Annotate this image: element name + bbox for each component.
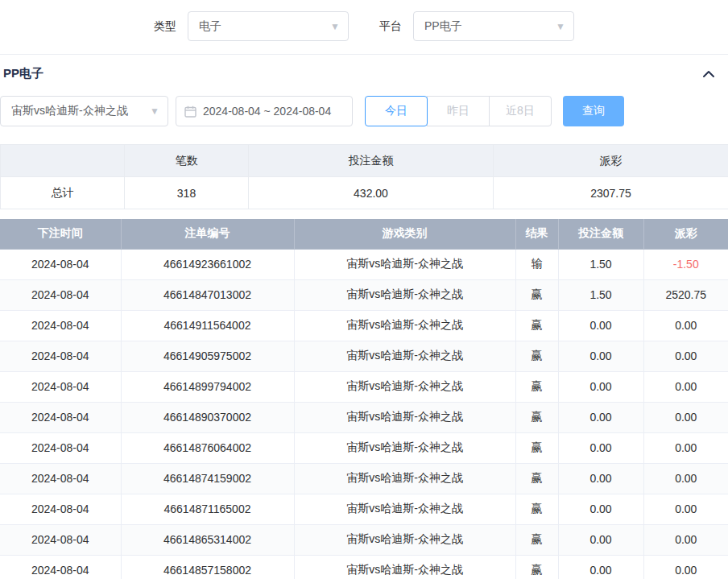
- cell-game: 宙斯vs哈迪斯-众神之战: [294, 371, 515, 402]
- chevron-down-icon: ▼: [150, 106, 159, 116]
- cell-id: 46614874159002: [121, 463, 294, 494]
- section-header: PP电子: [0, 55, 728, 91]
- cell-result: 赢: [515, 494, 558, 524]
- cell-id: 46614865314002: [121, 524, 294, 555]
- header-result: 结果: [515, 219, 558, 249]
- table-row: 2024-08-0446614911564002宙斯vs哈迪斯-众神之战赢0.0…: [0, 310, 728, 341]
- cell-bet: 0.00: [558, 402, 643, 432]
- cell-game: 宙斯vs哈迪斯-众神之战: [294, 524, 515, 555]
- summary-total-row: 总计 318 432.00 2307.75: [1, 177, 728, 209]
- today-button[interactable]: 今日: [365, 96, 428, 126]
- date-range-value: 2024-08-04 ~ 2024-08-04: [203, 105, 331, 118]
- cell-bet: 0.00: [558, 371, 643, 402]
- cell-time: 2024-08-04: [0, 432, 121, 463]
- cell-bet: 0.00: [558, 524, 643, 555]
- cell-time: 2024-08-04: [0, 555, 121, 579]
- cell-time: 2024-08-04: [0, 279, 121, 310]
- cell-time: 2024-08-04: [0, 341, 121, 371]
- header-bet-time: 下注时间: [0, 219, 121, 249]
- cell-id: 46614911564002: [121, 310, 294, 341]
- date-range-input[interactable]: 2024-08-04 ~ 2024-08-04: [176, 96, 353, 126]
- type-label: 类型: [154, 19, 176, 34]
- cell-payout: 0.00: [643, 341, 728, 371]
- cell-id: 46614847013002: [121, 279, 294, 310]
- cell-result: 赢: [515, 402, 558, 432]
- section-title: PP电子: [3, 66, 43, 81]
- table-row: 2024-08-0446614899794002宙斯vs哈迪斯-众神之战赢0.0…: [0, 371, 728, 402]
- summary-header-count: 笔数: [125, 145, 249, 177]
- cell-result: 赢: [515, 310, 558, 341]
- cell-payout: 0.00: [643, 402, 728, 432]
- type-select[interactable]: 电子 ▼: [188, 11, 349, 41]
- cell-id: 46614905975002: [121, 341, 294, 371]
- cell-game: 宙斯vs哈迪斯-众神之战: [294, 432, 515, 463]
- summary-total-label: 总计: [1, 177, 125, 209]
- summary-total-count: 318: [125, 177, 249, 209]
- cell-bet: 0.00: [558, 341, 643, 371]
- cell-id: 46614899794002: [121, 371, 294, 402]
- cell-bet: 0.00: [558, 432, 643, 463]
- platform-label: 平台: [379, 19, 402, 34]
- table-row: 2024-08-0446614847013002宙斯vs哈迪斯-众神之战赢1.5…: [0, 279, 728, 310]
- cell-result: 赢: [515, 279, 558, 310]
- table-row: 2024-08-0446614890370002宙斯vs哈迪斯-众神之战赢0.0…: [0, 402, 728, 432]
- summary-header-row: 笔数 投注金额 派彩: [1, 145, 728, 177]
- platform-select-value: PP电子: [424, 19, 462, 34]
- cell-payout: 0.00: [643, 463, 728, 494]
- cell-game: 宙斯vs哈迪斯-众神之战: [294, 249, 515, 279]
- chevron-up-icon[interactable]: [701, 68, 717, 81]
- cell-game: 宙斯vs哈迪斯-众神之战: [294, 402, 515, 432]
- cell-result: 赢: [515, 463, 558, 494]
- cell-game: 宙斯vs哈迪斯-众神之战: [294, 279, 515, 310]
- cell-time: 2024-08-04: [0, 249, 121, 279]
- cell-bet: 1.50: [558, 249, 643, 279]
- table-row: 2024-08-0446614905975002宙斯vs哈迪斯-众神之战赢0.0…: [0, 341, 728, 371]
- cell-time: 2024-08-04: [0, 371, 121, 402]
- cell-payout: 0.00: [643, 432, 728, 463]
- platform-section: PP电子 宙斯vs哈迪斯-众神之战 ▼ 2024-08-04 ~ 2024-08…: [0, 54, 728, 579]
- table-row: 2024-08-0446614874159002宙斯vs哈迪斯-众神之战赢0.0…: [0, 463, 728, 494]
- summary-table: 笔数 投注金额 派彩 总计 318 432.00 2307.75: [0, 144, 728, 209]
- chevron-down-icon: ▼: [330, 22, 340, 31]
- cell-result: 赢: [515, 524, 558, 555]
- cell-game: 宙斯vs哈迪斯-众神之战: [294, 341, 515, 371]
- game-select[interactable]: 宙斯vs哈迪斯-众神之战 ▼: [0, 96, 168, 126]
- type-select-value: 电子: [199, 19, 221, 34]
- cell-payout: 0.00: [643, 555, 728, 579]
- cell-bet: 0.00: [558, 494, 643, 524]
- cell-id: 46614857158002: [121, 555, 294, 579]
- cell-payout: 2520.75: [643, 279, 728, 310]
- type-filter: 类型 电子 ▼: [154, 11, 349, 41]
- table-row: 2024-08-0446614923661002宙斯vs哈迪斯-众神之战输1.5…: [0, 249, 728, 279]
- cell-id: 46614890370002: [121, 402, 294, 432]
- bet-table: 下注时间 注单编号 游戏类别 结果 投注金额 派彩 2024-08-044661…: [0, 219, 728, 579]
- chevron-down-icon: ▼: [556, 22, 565, 31]
- last-8-days-button[interactable]: 近8日: [489, 96, 552, 126]
- cell-result: 输: [515, 249, 558, 279]
- cell-game: 宙斯vs哈迪斯-众神之战: [294, 463, 515, 494]
- cell-bet: 0.00: [558, 463, 643, 494]
- game-select-value: 宙斯vs哈迪斯-众神之战: [11, 104, 128, 118]
- summary-header-bet-amount: 投注金额: [249, 145, 494, 177]
- cell-id: 46614923661002: [121, 249, 294, 279]
- cell-bet: 0.00: [558, 555, 643, 579]
- platform-select[interactable]: PP电子 ▼: [413, 11, 574, 41]
- top-filter-bar: 类型 电子 ▼ 平台 PP电子 ▼: [0, 0, 728, 54]
- platform-filter: 平台 PP电子 ▼: [379, 11, 574, 41]
- cell-game: 宙斯vs哈迪斯-众神之战: [294, 310, 515, 341]
- cell-payout: 0.00: [643, 371, 728, 402]
- calendar-icon: [184, 105, 196, 118]
- summary-header-payout: 派彩: [494, 145, 728, 177]
- cell-result: 赢: [515, 341, 558, 371]
- query-toolbar: 宙斯vs哈迪斯-众神之战 ▼ 2024-08-04 ~ 2024-08-04 今…: [0, 91, 728, 130]
- yesterday-button[interactable]: 昨日: [427, 96, 490, 126]
- cell-bet: 0.00: [558, 310, 643, 341]
- cell-time: 2024-08-04: [0, 494, 121, 524]
- cell-time: 2024-08-04: [0, 310, 121, 341]
- query-button[interactable]: 查询: [563, 96, 624, 126]
- cell-id: 46614876064002: [121, 432, 294, 463]
- cell-payout: 0.00: [643, 524, 728, 555]
- quick-date-button-group: 今日 昨日 近8日: [365, 96, 552, 126]
- cell-payout: 0.00: [643, 494, 728, 524]
- summary-total-bet-amount: 432.00: [249, 177, 494, 209]
